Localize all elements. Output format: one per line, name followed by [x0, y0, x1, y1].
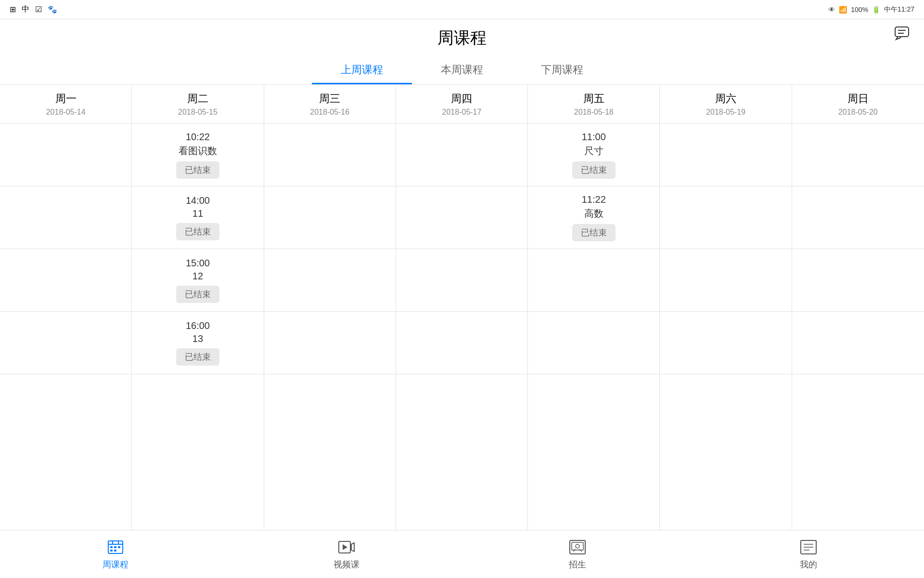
status-bar-left: ⊞ 中 ☑ 🐾 — [10, 4, 57, 14]
tabs-container: 上周课程 本周课程 下周课程 — [0, 57, 924, 84]
course-status-tue-2[interactable]: 已结束 — [176, 223, 219, 240]
slot-sat-4 — [660, 312, 791, 374]
slot-mon-3 — [0, 249, 131, 312]
schedule-nav-icon — [107, 539, 124, 556]
recruit-nav-icon — [569, 539, 586, 556]
nav-label-schedule: 周课程 — [103, 559, 128, 570]
svg-rect-10 — [110, 550, 113, 552]
slot-mon-4 — [0, 312, 131, 374]
nav-item-video[interactable]: 视频课 — [231, 539, 462, 570]
svg-rect-7 — [110, 546, 113, 548]
tab-current-week[interactable]: 本周课程 — [412, 57, 512, 84]
main-content: 周一 2018-05-14 周二 2018-05-15 周三 2018-05-1… — [0, 85, 924, 549]
course-time-tue-3: 15:00 — [186, 258, 210, 269]
course-status-fri-1[interactable]: 已结束 — [572, 161, 616, 179]
slot-wed-4 — [264, 312, 396, 374]
svg-marker-14 — [343, 544, 347, 550]
course-status-tue-4[interactable]: 已结束 — [176, 348, 219, 366]
header: 周课程 上周课程 本周课程 下周课程 — [0, 19, 924, 85]
wifi-icon: 📶 — [839, 6, 847, 13]
svg-marker-13 — [351, 543, 354, 552]
course-time-fri-1: 11:00 — [582, 131, 606, 143]
col-tuesday: 10:22 看图识数 已结束 14:00 11 已结束 15:00 12 已结束… — [132, 124, 264, 549]
status-bar: ⊞ 中 ☑ 🐾 👁 📶 100% 🔋 中午11:27 — [0, 0, 924, 19]
battery-icon: 🔋 — [872, 6, 880, 13]
slot-sat-3 — [660, 249, 791, 312]
course-time-fri-2: 11:22 — [582, 194, 606, 205]
slot-sun-3 — [792, 249, 924, 312]
tab-last-week[interactable]: 上周课程 — [312, 57, 412, 84]
day-header-wed: 周三 2018-05-16 — [264, 85, 396, 123]
status-icon-lang: 中 — [22, 4, 29, 14]
svg-rect-16 — [572, 542, 583, 550]
slot-wed-3 — [264, 249, 396, 312]
slot-fri-1[interactable]: 11:00 尺寸 已结束 — [528, 124, 659, 186]
nav-label-recruit: 招生 — [569, 559, 586, 570]
slot-mon-1 — [0, 124, 131, 186]
slot-fri-2[interactable]: 11:22 高数 已结束 — [528, 186, 659, 249]
status-icon-grid: ⊞ — [10, 5, 16, 14]
slot-mon-2 — [0, 186, 131, 249]
course-time-tue-2: 14:00 — [186, 195, 210, 206]
status-icon-check: ☑ — [35, 5, 42, 14]
mine-nav-icon — [800, 539, 817, 556]
slot-sat-1 — [660, 124, 791, 186]
slot-sat-2 — [660, 186, 791, 249]
slot-wed-1 — [264, 124, 396, 186]
course-status-fri-2[interactable]: 已结束 — [572, 224, 616, 241]
slot-tue-4[interactable]: 16:00 13 已结束 — [132, 312, 263, 374]
slot-tue-1[interactable]: 10:22 看图识数 已结束 — [132, 124, 263, 186]
days-header: 周一 2018-05-14 周二 2018-05-15 周三 2018-05-1… — [0, 85, 924, 124]
chat-icon[interactable] — [894, 25, 910, 44]
day-header-sun: 周日 2018-05-20 — [792, 85, 924, 123]
schedule-body: 10:22 看图识数 已结束 14:00 11 已结束 15:00 12 已结束… — [0, 124, 924, 549]
slot-sun-1 — [792, 124, 924, 186]
course-name-fri-2: 高数 — [584, 207, 603, 220]
slot-tue-3[interactable]: 15:00 12 已结束 — [132, 249, 263, 312]
course-status-tue-1[interactable]: 已结束 — [176, 161, 219, 179]
slot-fri-4 — [528, 312, 659, 374]
svg-rect-9 — [118, 546, 120, 548]
clock: 中午11:27 — [884, 5, 914, 14]
tab-next-week[interactable]: 下周课程 — [512, 57, 612, 84]
col-monday — [0, 124, 132, 549]
svg-rect-0 — [895, 27, 909, 37]
svg-rect-8 — [114, 546, 116, 548]
nav-item-schedule[interactable]: 周课程 — [0, 539, 231, 570]
day-header-mon: 周一 2018-05-14 — [0, 85, 132, 123]
nav-item-mine[interactable]: 我的 — [693, 539, 924, 570]
slot-fri-3 — [528, 249, 659, 312]
col-wednesday — [264, 124, 396, 549]
col-thursday — [396, 124, 528, 549]
video-nav-icon — [338, 539, 355, 556]
page-title: 周课程 — [0, 27, 924, 57]
day-header-fri: 周五 2018-05-18 — [528, 85, 660, 123]
battery-percent: 100% — [851, 6, 868, 13]
day-header-sat: 周六 2018-05-19 — [660, 85, 792, 123]
slot-sun-4 — [792, 312, 924, 374]
slot-thu-2 — [396, 186, 527, 249]
svg-rect-11 — [114, 550, 116, 552]
course-name-fri-1: 尺寸 — [584, 144, 603, 158]
col-friday: 11:00 尺寸 已结束 11:22 高数 已结束 — [528, 124, 660, 549]
nav-label-video: 视频课 — [334, 559, 359, 570]
course-time-tue-4: 16:00 — [186, 320, 210, 331]
course-num-tue-4: 13 — [192, 333, 203, 344]
slot-sun-2 — [792, 186, 924, 249]
nav-label-mine: 我的 — [800, 559, 817, 570]
status-icon-paw: 🐾 — [48, 5, 57, 14]
day-header-thu: 周四 2018-05-17 — [396, 85, 528, 123]
status-bar-right: 👁 📶 100% 🔋 中午11:27 — [828, 5, 914, 14]
slot-tue-2[interactable]: 14:00 11 已结束 — [132, 186, 263, 249]
course-status-tue-3[interactable]: 已结束 — [176, 286, 219, 303]
course-num-tue-3: 12 — [192, 271, 203, 282]
nav-item-recruit[interactable]: 招生 — [462, 539, 693, 570]
bottom-nav: 周课程 视频课 招生 我的 — [0, 530, 924, 578]
course-time-tue-1: 10:22 — [186, 131, 210, 143]
slot-thu-4 — [396, 312, 527, 374]
slot-thu-1 — [396, 124, 527, 186]
day-header-tue: 周二 2018-05-15 — [132, 85, 264, 123]
slot-wed-2 — [264, 186, 396, 249]
eye-icon: 👁 — [828, 6, 835, 13]
course-num-tue-2: 11 — [192, 208, 203, 219]
